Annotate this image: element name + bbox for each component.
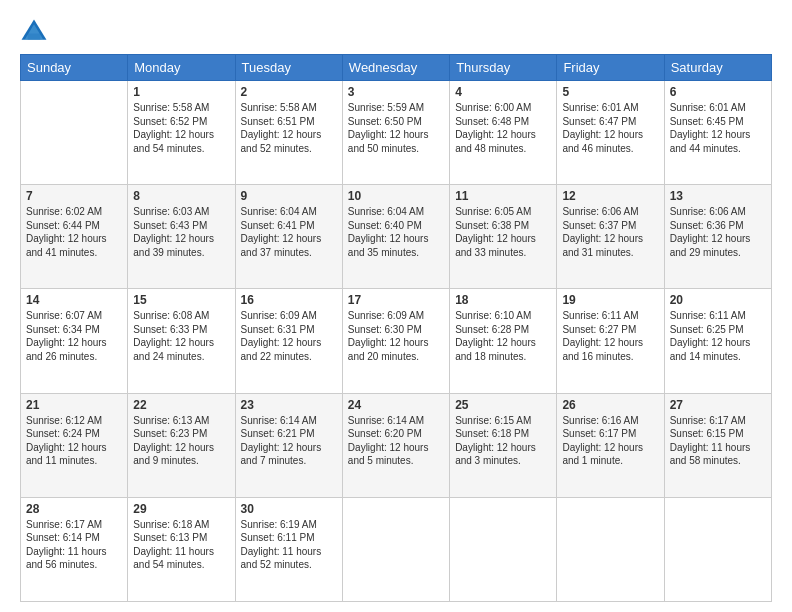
svg-rect-2	[28, 34, 40, 40]
calendar-cell: 3Sunrise: 5:59 AM Sunset: 6:50 PM Daylig…	[342, 81, 449, 185]
calendar-cell	[21, 81, 128, 185]
logo-icon	[20, 18, 48, 46]
day-number: 1	[133, 85, 229, 99]
day-number: 9	[241, 189, 337, 203]
cell-info: Sunrise: 6:03 AM Sunset: 6:43 PM Dayligh…	[133, 205, 229, 259]
day-number: 2	[241, 85, 337, 99]
calendar-week-row: 1Sunrise: 5:58 AM Sunset: 6:52 PM Daylig…	[21, 81, 772, 185]
cell-info: Sunrise: 6:04 AM Sunset: 6:41 PM Dayligh…	[241, 205, 337, 259]
calendar-cell: 6Sunrise: 6:01 AM Sunset: 6:45 PM Daylig…	[664, 81, 771, 185]
calendar-cell: 16Sunrise: 6:09 AM Sunset: 6:31 PM Dayli…	[235, 289, 342, 393]
calendar-cell: 18Sunrise: 6:10 AM Sunset: 6:28 PM Dayli…	[450, 289, 557, 393]
day-number: 10	[348, 189, 444, 203]
cell-info: Sunrise: 6:11 AM Sunset: 6:27 PM Dayligh…	[562, 309, 658, 363]
calendar-header-row: SundayMondayTuesdayWednesdayThursdayFrid…	[21, 55, 772, 81]
calendar-cell: 21Sunrise: 6:12 AM Sunset: 6:24 PM Dayli…	[21, 393, 128, 497]
cell-info: Sunrise: 6:00 AM Sunset: 6:48 PM Dayligh…	[455, 101, 551, 155]
cell-info: Sunrise: 6:04 AM Sunset: 6:40 PM Dayligh…	[348, 205, 444, 259]
calendar-weekday-wednesday: Wednesday	[342, 55, 449, 81]
day-number: 13	[670, 189, 766, 203]
calendar-cell: 29Sunrise: 6:18 AM Sunset: 6:13 PM Dayli…	[128, 497, 235, 601]
day-number: 15	[133, 293, 229, 307]
calendar-cell: 1Sunrise: 5:58 AM Sunset: 6:52 PM Daylig…	[128, 81, 235, 185]
cell-info: Sunrise: 6:17 AM Sunset: 6:15 PM Dayligh…	[670, 414, 766, 468]
day-number: 17	[348, 293, 444, 307]
cell-info: Sunrise: 6:08 AM Sunset: 6:33 PM Dayligh…	[133, 309, 229, 363]
cell-info: Sunrise: 5:59 AM Sunset: 6:50 PM Dayligh…	[348, 101, 444, 155]
cell-info: Sunrise: 6:09 AM Sunset: 6:30 PM Dayligh…	[348, 309, 444, 363]
cell-info: Sunrise: 6:06 AM Sunset: 6:36 PM Dayligh…	[670, 205, 766, 259]
day-number: 20	[670, 293, 766, 307]
header	[20, 18, 772, 46]
calendar-cell	[664, 497, 771, 601]
day-number: 26	[562, 398, 658, 412]
calendar-cell: 14Sunrise: 6:07 AM Sunset: 6:34 PM Dayli…	[21, 289, 128, 393]
cell-info: Sunrise: 6:01 AM Sunset: 6:45 PM Dayligh…	[670, 101, 766, 155]
calendar-cell: 8Sunrise: 6:03 AM Sunset: 6:43 PM Daylig…	[128, 185, 235, 289]
calendar-cell: 20Sunrise: 6:11 AM Sunset: 6:25 PM Dayli…	[664, 289, 771, 393]
calendar-cell: 4Sunrise: 6:00 AM Sunset: 6:48 PM Daylig…	[450, 81, 557, 185]
calendar-cell: 15Sunrise: 6:08 AM Sunset: 6:33 PM Dayli…	[128, 289, 235, 393]
day-number: 18	[455, 293, 551, 307]
cell-info: Sunrise: 6:13 AM Sunset: 6:23 PM Dayligh…	[133, 414, 229, 468]
cell-info: Sunrise: 6:06 AM Sunset: 6:37 PM Dayligh…	[562, 205, 658, 259]
cell-info: Sunrise: 6:18 AM Sunset: 6:13 PM Dayligh…	[133, 518, 229, 572]
cell-info: Sunrise: 6:12 AM Sunset: 6:24 PM Dayligh…	[26, 414, 122, 468]
calendar-cell: 19Sunrise: 6:11 AM Sunset: 6:27 PM Dayli…	[557, 289, 664, 393]
logo	[20, 18, 52, 46]
calendar-cell: 11Sunrise: 6:05 AM Sunset: 6:38 PM Dayli…	[450, 185, 557, 289]
calendar-cell	[450, 497, 557, 601]
calendar-cell: 28Sunrise: 6:17 AM Sunset: 6:14 PM Dayli…	[21, 497, 128, 601]
cell-info: Sunrise: 6:14 AM Sunset: 6:20 PM Dayligh…	[348, 414, 444, 468]
calendar-weekday-sunday: Sunday	[21, 55, 128, 81]
calendar-cell: 25Sunrise: 6:15 AM Sunset: 6:18 PM Dayli…	[450, 393, 557, 497]
calendar-week-row: 7Sunrise: 6:02 AM Sunset: 6:44 PM Daylig…	[21, 185, 772, 289]
cell-info: Sunrise: 6:19 AM Sunset: 6:11 PM Dayligh…	[241, 518, 337, 572]
calendar-weekday-thursday: Thursday	[450, 55, 557, 81]
cell-info: Sunrise: 6:15 AM Sunset: 6:18 PM Dayligh…	[455, 414, 551, 468]
calendar-cell: 2Sunrise: 5:58 AM Sunset: 6:51 PM Daylig…	[235, 81, 342, 185]
calendar-week-row: 14Sunrise: 6:07 AM Sunset: 6:34 PM Dayli…	[21, 289, 772, 393]
calendar-weekday-friday: Friday	[557, 55, 664, 81]
cell-info: Sunrise: 6:10 AM Sunset: 6:28 PM Dayligh…	[455, 309, 551, 363]
calendar-table: SundayMondayTuesdayWednesdayThursdayFrid…	[20, 54, 772, 602]
cell-info: Sunrise: 6:09 AM Sunset: 6:31 PM Dayligh…	[241, 309, 337, 363]
cell-info: Sunrise: 5:58 AM Sunset: 6:52 PM Dayligh…	[133, 101, 229, 155]
cell-info: Sunrise: 6:16 AM Sunset: 6:17 PM Dayligh…	[562, 414, 658, 468]
day-number: 28	[26, 502, 122, 516]
cell-info: Sunrise: 6:05 AM Sunset: 6:38 PM Dayligh…	[455, 205, 551, 259]
calendar-cell: 22Sunrise: 6:13 AM Sunset: 6:23 PM Dayli…	[128, 393, 235, 497]
day-number: 27	[670, 398, 766, 412]
calendar-cell: 5Sunrise: 6:01 AM Sunset: 6:47 PM Daylig…	[557, 81, 664, 185]
day-number: 21	[26, 398, 122, 412]
calendar-cell: 24Sunrise: 6:14 AM Sunset: 6:20 PM Dayli…	[342, 393, 449, 497]
day-number: 4	[455, 85, 551, 99]
day-number: 3	[348, 85, 444, 99]
day-number: 7	[26, 189, 122, 203]
calendar-week-row: 28Sunrise: 6:17 AM Sunset: 6:14 PM Dayli…	[21, 497, 772, 601]
calendar-weekday-saturday: Saturday	[664, 55, 771, 81]
calendar-week-row: 21Sunrise: 6:12 AM Sunset: 6:24 PM Dayli…	[21, 393, 772, 497]
day-number: 14	[26, 293, 122, 307]
day-number: 30	[241, 502, 337, 516]
day-number: 12	[562, 189, 658, 203]
day-number: 11	[455, 189, 551, 203]
calendar-weekday-monday: Monday	[128, 55, 235, 81]
calendar-cell: 7Sunrise: 6:02 AM Sunset: 6:44 PM Daylig…	[21, 185, 128, 289]
calendar-weekday-tuesday: Tuesday	[235, 55, 342, 81]
calendar-cell	[557, 497, 664, 601]
day-number: 5	[562, 85, 658, 99]
cell-info: Sunrise: 6:14 AM Sunset: 6:21 PM Dayligh…	[241, 414, 337, 468]
calendar-cell: 27Sunrise: 6:17 AM Sunset: 6:15 PM Dayli…	[664, 393, 771, 497]
day-number: 29	[133, 502, 229, 516]
calendar-cell: 30Sunrise: 6:19 AM Sunset: 6:11 PM Dayli…	[235, 497, 342, 601]
cell-info: Sunrise: 6:17 AM Sunset: 6:14 PM Dayligh…	[26, 518, 122, 572]
calendar-cell: 13Sunrise: 6:06 AM Sunset: 6:36 PM Dayli…	[664, 185, 771, 289]
calendar-cell: 12Sunrise: 6:06 AM Sunset: 6:37 PM Dayli…	[557, 185, 664, 289]
calendar-cell: 9Sunrise: 6:04 AM Sunset: 6:41 PM Daylig…	[235, 185, 342, 289]
day-number: 16	[241, 293, 337, 307]
day-number: 6	[670, 85, 766, 99]
page: SundayMondayTuesdayWednesdayThursdayFrid…	[0, 0, 792, 612]
calendar-cell: 10Sunrise: 6:04 AM Sunset: 6:40 PM Dayli…	[342, 185, 449, 289]
calendar-cell: 26Sunrise: 6:16 AM Sunset: 6:17 PM Dayli…	[557, 393, 664, 497]
